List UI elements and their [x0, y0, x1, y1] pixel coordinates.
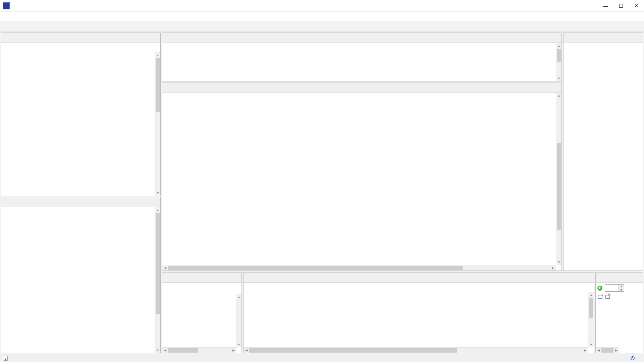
- run-update-icon[interactable]: [597, 285, 603, 291]
- properties-view: ▲ ▼ ◀ ▶: [162, 272, 242, 353]
- properties-resource-title: [162, 283, 241, 287]
- quickstart-scrollbar[interactable]: ▲ ▼: [155, 207, 160, 353]
- main-toolbar: [0, 21, 644, 32]
- title-bar: — ×: [0, 0, 644, 12]
- code-editor[interactable]: [162, 93, 556, 265]
- file-icon: c: [3, 355, 8, 361]
- close-button[interactable]: ×: [629, 0, 644, 11]
- heap-stack-view: ▲▼ ⋮ ◀ ▶: [595, 272, 643, 353]
- status-bar: c: [0, 354, 644, 362]
- console-vscrollbar[interactable]: ▲ ▼: [588, 292, 594, 347]
- console-hscrollbar[interactable]: ◀ ▶: [244, 347, 588, 353]
- restore-button[interactable]: [613, 0, 629, 11]
- editor-hscrollbar[interactable]: ◀ ▶: [162, 265, 556, 270]
- spin-down-icon[interactable]: ▼: [619, 288, 624, 291]
- outline-view: [563, 33, 643, 271]
- editor-vscrollbar[interactable]: ▲ ▼: [556, 93, 561, 265]
- console-view: ▲ ▼ ◀ ▶: [243, 272, 594, 353]
- project-explorer-scrollbar[interactable]: ▲ ▼: [155, 52, 160, 196]
- app-logo-icon: [3, 2, 10, 9]
- project-explorer-view: ▲ ▼: [1, 33, 161, 196]
- edit-view-icon[interactable]: [605, 294, 610, 300]
- refresh-interval-spinner[interactable]: ▲▼: [605, 284, 624, 292]
- new-view-icon[interactable]: [597, 294, 603, 300]
- editor-view: ▲ ▼ ◀ ▶: [162, 82, 562, 271]
- minimize-button[interactable]: —: [598, 0, 613, 11]
- quickstart-view: ▲ ▼: [1, 197, 161, 353]
- spin-up-icon[interactable]: ▲: [619, 285, 624, 288]
- menu-bar: [0, 12, 644, 21]
- debug-view: ▲ ▼: [162, 33, 562, 81]
- window-controls: — ×: [598, 0, 644, 11]
- properties-hscrollbar[interactable]: ◀ ▶: [162, 347, 236, 353]
- console-output[interactable]: [244, 301, 588, 347]
- heap-stack-hscrollbar[interactable]: ◀ ▶: [596, 347, 619, 353]
- console-process-label: [244, 292, 594, 295]
- probe-power-icon[interactable]: [630, 355, 635, 361]
- debug-scrollbar[interactable]: ▲ ▼: [556, 43, 561, 81]
- properties-vscrollbar[interactable]: ▲ ▼: [236, 294, 241, 347]
